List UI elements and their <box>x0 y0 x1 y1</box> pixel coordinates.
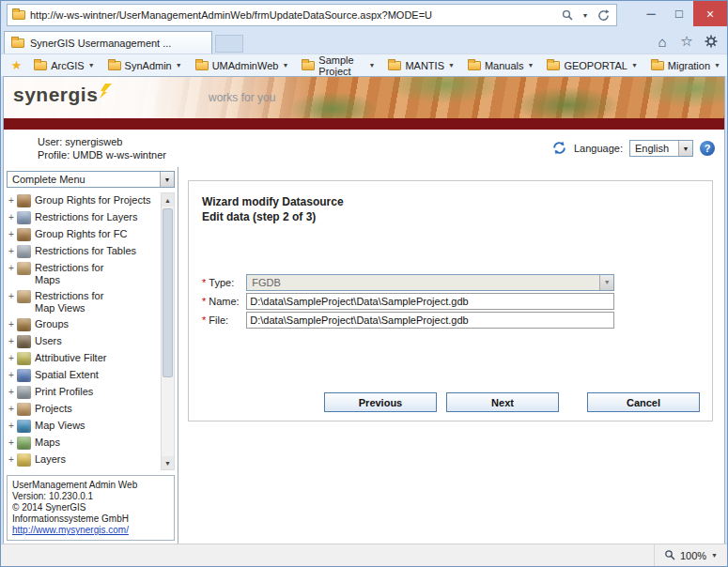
home-icon[interactable]: ⌂ <box>650 30 674 53</box>
tree-item[interactable]: + Spatial Extent <box>7 367 161 384</box>
menu-mode-select[interactable]: Complete Menu ▼ <box>7 171 175 188</box>
address-dropdown-icon[interactable]: ▼ <box>579 6 592 24</box>
browser-window: http://w-ws-wintner/UserManagementAdminW… <box>0 0 728 567</box>
previous-button[interactable]: Previous <box>324 392 437 412</box>
user-label: User: <box>38 136 62 147</box>
tree-item[interactable]: + Users <box>7 333 161 350</box>
tree-item[interactable]: + Layers <box>7 452 161 468</box>
search-icon[interactable] <box>556 6 579 24</box>
tree-item[interactable]: + Attributive Filter <box>7 350 161 367</box>
folder-icon <box>34 61 47 70</box>
expand-plus-icon[interactable]: + <box>7 194 16 207</box>
expand-plus-icon[interactable]: + <box>7 245 16 257</box>
favorite-folder-item[interactable]: UMAdminWeb ▼ <box>189 60 296 71</box>
maximize-button[interactable]: □ <box>665 1 693 26</box>
favorite-folder-item[interactable]: Migration ▼ <box>644 60 727 71</box>
tree-item[interactable]: + Group Rights for FC <box>7 226 161 243</box>
address-bar[interactable]: http://w-ws-wintner/UserManagementAdminW… <box>7 4 617 26</box>
tree-item[interactable]: + Print Profiles <box>7 384 161 401</box>
maroon-divider <box>4 118 724 130</box>
tree-item[interactable]: + Groups <box>7 316 161 333</box>
expand-plus-icon[interactable]: + <box>7 453 16 466</box>
expand-plus-icon[interactable]: + <box>7 335 16 347</box>
favorite-folder-item[interactable]: GEOPORTAL ▼ <box>540 60 643 71</box>
favorite-label: Sample Project <box>318 54 364 77</box>
favorite-folder-item[interactable]: MANTIS ▼ <box>381 60 461 71</box>
expand-plus-icon[interactable]: + <box>7 290 16 302</box>
refresh-icon[interactable] <box>592 6 614 24</box>
restrictions-tables-icon <box>17 245 31 258</box>
tree-item[interactable]: + Restrictions for Tables <box>7 243 161 260</box>
tree-item[interactable]: + Projects <box>7 401 161 418</box>
language-area: Language: English ▼ ? <box>551 140 715 158</box>
tree-item[interactable]: + Map Views <box>7 418 161 435</box>
file-label: File: <box>209 314 246 326</box>
tree-item[interactable]: + Group Rights for Projects <box>7 192 161 209</box>
expand-plus-icon[interactable]: + <box>7 403 16 415</box>
chevron-down-icon: ▼ <box>176 62 182 69</box>
type-select[interactable]: FGDB ▼ <box>246 274 614 291</box>
expand-plus-icon[interactable]: + <box>7 369 16 381</box>
tree-item-label: Maps <box>35 437 60 449</box>
expand-plus-icon[interactable]: + <box>7 386 16 398</box>
settings-gear-icon[interactable] <box>699 30 723 53</box>
scroll-up-icon[interactable]: ▲ <box>162 193 174 207</box>
group-rights-projects-icon <box>17 194 31 207</box>
expand-plus-icon[interactable]: + <box>7 420 16 432</box>
favorite-label: Manuals <box>485 60 524 71</box>
expand-plus-icon[interactable]: + <box>7 352 16 364</box>
name-field[interactable] <box>246 293 614 310</box>
site-tagline: works for you <box>209 91 275 104</box>
tree-item-label: Group Rights for Projects <box>35 194 151 207</box>
next-button[interactable]: Next <box>446 392 559 412</box>
tree-item-label: Map Views <box>35 420 85 432</box>
type-label: Type: <box>209 277 246 288</box>
scroll-down-icon[interactable]: ▼ <box>162 456 174 469</box>
folder-icon <box>195 61 209 70</box>
tree-item[interactable]: + Maps <box>7 435 161 452</box>
favorite-folder-item[interactable]: SynAdmin ▼ <box>101 60 189 71</box>
projects-icon <box>17 403 31 416</box>
zoom-level: 100% <box>680 550 706 561</box>
favorites-bar-star-icon[interactable]: ★ <box>6 58 27 72</box>
tree-item[interactable]: + Restrictions for Maps <box>7 260 161 288</box>
file-field[interactable] <box>246 312 614 329</box>
url-text[interactable]: http://w-ws-wintner/UserManagementAdminW… <box>30 9 556 21</box>
maps-icon <box>17 437 31 450</box>
tree-item[interactable]: + Data Sources <box>7 468 161 470</box>
tree-item[interactable]: + Restrictions for Layers <box>7 209 161 226</box>
tree-item[interactable]: + Restrictions for Map Views <box>7 288 161 316</box>
scrollbar-thumb[interactable] <box>163 208 173 377</box>
chevron-down-icon: ▼ <box>527 62 534 69</box>
expand-plus-icon[interactable]: + <box>7 318 16 330</box>
sync-icon[interactable] <box>551 140 567 158</box>
favorite-folder-item[interactable]: Sample Project ▼ <box>295 54 381 77</box>
tree-item-label: Users <box>35 335 62 347</box>
expand-plus-icon[interactable]: + <box>7 228 16 240</box>
chevron-down-icon: ▼ <box>448 62 455 69</box>
wizard-title-line1: Wizard modify Datasource <box>202 194 699 209</box>
chevron-down-icon: ▼ <box>160 172 174 187</box>
zoom-control[interactable]: 100% ▼ <box>654 544 727 566</box>
expand-plus-icon[interactable]: + <box>7 211 16 223</box>
language-select[interactable]: English ▼ <box>629 140 693 157</box>
new-tab-button[interactable] <box>215 35 243 53</box>
browser-actions: ⌂ ☆ <box>650 29 727 54</box>
favorites-star-icon[interactable]: ☆ <box>674 30 699 53</box>
tab-synergis-usermanagement[interactable]: SynerGIS Usermanagement ... <box>4 31 212 54</box>
company-link[interactable]: http://www.mysynergis.com/ <box>12 525 129 535</box>
favorite-folder-item[interactable]: Manuals ▼ <box>461 60 541 71</box>
expand-plus-icon[interactable]: + <box>7 437 16 449</box>
close-button[interactable]: × <box>693 1 727 26</box>
chevron-down-icon: ▼ <box>711 552 718 559</box>
layers-icon <box>17 453 31 467</box>
favorite-folder-item[interactable]: ArcGIS ▼ <box>27 60 101 71</box>
name-label: Name: <box>209 296 246 307</box>
minimize-button[interactable]: ─ <box>637 1 665 26</box>
help-icon[interactable]: ? <box>700 141 715 156</box>
tree-scrollbar[interactable]: ▲ ▼ <box>161 192 175 470</box>
expand-plus-icon[interactable]: + <box>7 262 16 274</box>
chevron-down-icon: ▼ <box>714 62 720 69</box>
cancel-button[interactable]: Cancel <box>587 392 700 412</box>
tree-item-label: Layers <box>35 453 66 466</box>
